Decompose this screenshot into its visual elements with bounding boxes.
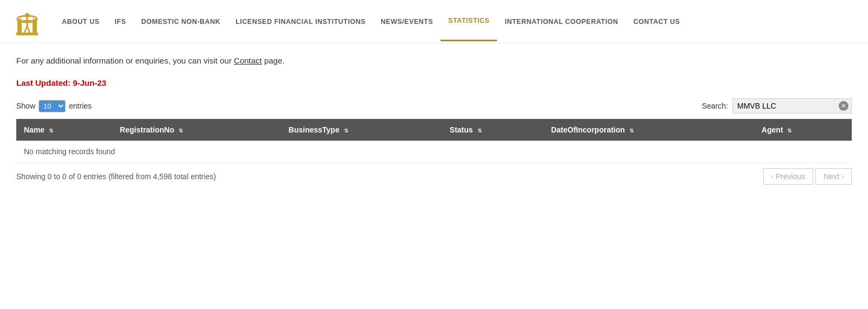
contact-link[interactable]: Contact — [234, 56, 262, 65]
show-entries-control: Show 10 25 50 100 entries — [16, 100, 92, 112]
main-content: For any additional information or enquir… — [0, 43, 868, 196]
next-arrow-icon: › — [841, 173, 844, 180]
nav-links: ABOUT US IFS DOMESTIC NON-BANK LICENSED … — [54, 2, 687, 41]
table-header-row: Name ⇅ RegistrationNo ⇅ BusinessType ⇅ S… — [16, 119, 852, 141]
info-paragraph: For any additional information or enquir… — [16, 54, 852, 67]
sort-arrows-agent: ⇅ — [787, 128, 792, 134]
nav-item-contact-us[interactable]: CONTACT US — [626, 3, 687, 41]
entries-select[interactable]: 10 25 50 100 — [39, 100, 66, 112]
nav-item-statistics[interactable]: STATISTICS — [441, 2, 497, 41]
col-agent[interactable]: Agent ⇅ — [754, 119, 852, 141]
sort-arrows-status: ⇅ — [477, 128, 482, 134]
search-box: Search: ✕ — [702, 98, 852, 113]
pagination-row: Showing 0 to 0 of 0 entries (filtered fr… — [16, 168, 852, 185]
svg-line-8 — [27, 26, 30, 33]
pagination-buttons: ‹ Previous Next › — [763, 168, 852, 185]
search-label: Search: — [702, 102, 728, 110]
search-input[interactable] — [732, 98, 852, 113]
table-header: Name ⇅ RegistrationNo ⇅ BusinessType ⇅ S… — [16, 119, 852, 141]
sort-arrows-name: ⇅ — [49, 128, 53, 134]
sort-arrows-reg: ⇅ — [178, 128, 183, 134]
col-name[interactable]: Name ⇅ — [16, 119, 112, 141]
nav-item-domestic-non-bank[interactable]: DOMESTIC NON-BANK — [133, 3, 228, 41]
previous-arrow-icon: ‹ — [771, 173, 774, 180]
entries-label: entries — [69, 102, 92, 110]
svg-point-4 — [25, 13, 29, 17]
search-wrapper: ✕ — [732, 98, 852, 113]
col-reg-no[interactable]: RegistrationNo ⇅ — [112, 119, 281, 141]
last-updated: Last Updated: 9-Jun-23 — [16, 78, 852, 87]
logo[interactable] — [11, 5, 43, 38]
nav-item-news-events[interactable]: NEWS/EVENTS — [373, 3, 441, 41]
sort-arrows-btype: ⇅ — [344, 128, 348, 134]
table-body: No matching records found — [16, 141, 852, 163]
previous-button[interactable]: ‹ Previous — [763, 168, 813, 185]
next-button[interactable]: Next › — [815, 168, 852, 185]
nav-item-licensed-financial-institutions[interactable]: LICENSED FINANCIAL INSTITUTIONS — [228, 3, 373, 41]
table-controls: Show 10 25 50 100 entries Search: ✕ — [16, 98, 852, 113]
col-doi[interactable]: DateOfIncorporation ⇅ — [544, 119, 754, 141]
navbar: ABOUT US IFS DOMESTIC NON-BANK LICENSED … — [0, 0, 868, 43]
nav-item-international-cooperation[interactable]: INTERNATIONAL COOPERATION — [497, 3, 626, 41]
showing-text: Showing 0 to 0 of 0 entries (filtered fr… — [16, 172, 216, 181]
nav-item-ifs[interactable]: IFS — [107, 3, 133, 41]
no-records-row: No matching records found — [16, 141, 852, 163]
col-status[interactable]: Status ⇅ — [442, 119, 544, 141]
no-records-cell: No matching records found — [16, 141, 852, 163]
data-table: Name ⇅ RegistrationNo ⇅ BusinessType ⇅ S… — [16, 119, 852, 163]
sort-arrows-doi: ⇅ — [629, 128, 634, 134]
col-business-type[interactable]: BusinessType ⇅ — [281, 119, 442, 141]
search-clear-button[interactable]: ✕ — [839, 101, 848, 111]
nav-item-about-us[interactable]: ABOUT US — [54, 3, 107, 41]
show-label: Show — [16, 102, 35, 110]
last-updated-value: 9-Jun-23 — [73, 78, 106, 87]
svg-line-7 — [24, 26, 27, 33]
